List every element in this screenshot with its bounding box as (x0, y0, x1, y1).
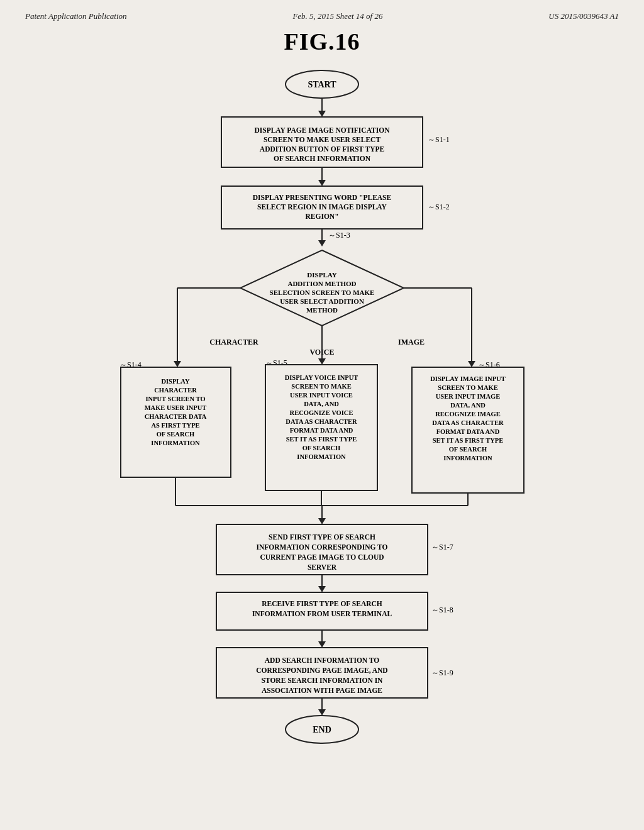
svg-text:RECOGNIZE VOICE: RECOGNIZE VOICE (290, 409, 353, 416)
svg-text:ASSOCIATION WITH PAGE IMAGE: ASSOCIATION WITH PAGE IMAGE (262, 687, 382, 694)
svg-text:USER SELECT ADDITION: USER SELECT ADDITION (280, 297, 364, 305)
svg-marker-15 (318, 240, 326, 246)
svg-marker-89 (318, 709, 326, 716)
s1-7-step: ～S1-7 (431, 543, 453, 551)
svg-marker-70 (318, 518, 326, 524)
svg-text:SERVER: SERVER (308, 563, 337, 571)
svg-text:OF SEARCH: OF SEARCH (157, 431, 195, 438)
svg-text:CHARACTER DATA: CHARACTER DATA (145, 413, 207, 420)
s1-1-step: ～S1-1 (428, 135, 450, 144)
page-header: Patent Application Publication Feb. 5, 2… (0, 0, 644, 28)
svg-text:USER INPUT VOICE: USER INPUT VOICE (290, 392, 353, 399)
svg-text:SCREEN TO MAKE USER SELECT: SCREEN TO MAKE USER SELECT (264, 136, 381, 143)
svg-text:SET IT AS FIRST TYPE: SET IT AS FIRST TYPE (286, 436, 357, 443)
start-label: START (308, 80, 336, 89)
svg-text:SELECT REGION IN IMAGE DISPLAY: SELECT REGION IN IMAGE DISPLAY (257, 203, 387, 211)
svg-marker-8 (318, 180, 326, 186)
svg-text:DATA AS CHARACTER: DATA AS CHARACTER (286, 418, 357, 425)
svg-marker-24 (174, 361, 181, 367)
svg-marker-2 (318, 111, 326, 117)
fig-title: FIG.16 (284, 28, 360, 55)
svg-text:DISPLAY: DISPLAY (161, 378, 190, 385)
svg-text:SCREEN TO MAKE: SCREEN TO MAKE (291, 383, 351, 390)
svg-text:STORE SEARCH INFORMATION IN: STORE SEARCH INFORMATION IN (262, 677, 384, 684)
flowchart-svg: START DISPLAY PAGE IMAGE NOTIFICATION SC… (52, 67, 592, 809)
svg-text:DISPLAY: DISPLAY (307, 271, 336, 279)
svg-text:USER INPUT IMAGE: USER INPUT IMAGE (436, 393, 501, 400)
svg-marker-26 (318, 358, 326, 365)
svg-text:OF SEARCH: OF SEARCH (303, 445, 341, 451)
svg-marker-77 (318, 586, 326, 592)
svg-text:OF SEARCH: OF SEARCH (449, 446, 487, 453)
svg-text:REGION": REGION" (305, 213, 338, 220)
svg-text:SCREEN TO MAKE: SCREEN TO MAKE (438, 384, 497, 391)
image-label: IMAGE (398, 338, 425, 346)
svg-text:INFORMATION: INFORMATION (151, 440, 200, 446)
svg-text:FORMAT DATA AND: FORMAT DATA AND (290, 427, 353, 434)
s1-1-text-1: DISPLAY PAGE IMAGE NOTIFICATION (254, 126, 390, 134)
character-label: CHARACTER (209, 338, 258, 346)
svg-text:SEND FIRST TYPE OF SEARCH: SEND FIRST TYPE OF SEARCH (269, 533, 375, 541)
svg-text:DISPLAY IMAGE INPUT: DISPLAY IMAGE INPUT (430, 375, 505, 382)
svg-text:AS FIRST TYPE: AS FIRST TYPE (151, 422, 199, 429)
s1-2-step: ～S1-2 (428, 202, 450, 211)
svg-text:DATA, AND: DATA, AND (304, 401, 339, 407)
svg-text:～S1-3: ～S1-3 (328, 231, 350, 240)
svg-text:DATA AS CHARACTER: DATA AS CHARACTER (432, 419, 504, 426)
svg-text:DATA, AND: DATA, AND (450, 402, 486, 409)
svg-text:ADDITION BUTTON OF FIRST TYPE: ADDITION BUTTON OF FIRST TYPE (260, 145, 385, 153)
end-label: END (313, 725, 331, 734)
svg-text:INFORMATION CORRESPONDING TO: INFORMATION CORRESPONDING TO (257, 543, 388, 551)
svg-text:INPUT SCREEN TO: INPUT SCREEN TO (145, 396, 205, 402)
header-right: US 2015/0039643 A1 (548, 11, 619, 21)
svg-marker-16 (240, 250, 404, 326)
header-center: Feb. 5, 2015 Sheet 14 of 26 (292, 11, 382, 21)
svg-text:DISPLAY VOICE INPUT: DISPLAY VOICE INPUT (285, 374, 358, 381)
svg-text:INFORMATION FROM USER TERMINAL: INFORMATION FROM USER TERMINAL (252, 610, 392, 617)
svg-text:MAKE USER INPUT: MAKE USER INPUT (145, 404, 207, 411)
svg-text:CHARACTER: CHARACTER (154, 387, 197, 394)
svg-text:CORRESPONDING PAGE IMAGE, AND: CORRESPONDING PAGE IMAGE, AND (256, 667, 387, 674)
svg-text:FORMAT DATA AND: FORMAT DATA AND (436, 428, 500, 435)
svg-text:SELECTION SCREEN TO MAKE: SELECTION SCREEN TO MAKE (270, 289, 375, 296)
header-left: Patent Application Publication (25, 11, 127, 21)
svg-text:ADD SEARCH INFORMATION TO: ADD SEARCH INFORMATION TO (265, 656, 379, 664)
svg-text:INFORMATION: INFORMATION (443, 455, 492, 462)
svg-marker-82 (318, 641, 326, 648)
svg-text:METHOD: METHOD (306, 306, 338, 314)
svg-text:DISPLAY PRESENTING WORD "PLEAS: DISPLAY PRESENTING WORD "PLEASE (253, 194, 392, 201)
svg-text:CURRENT PAGE IMAGE TO CLOUD: CURRENT PAGE IMAGE TO CLOUD (260, 553, 384, 561)
s1-8-step: ～S1-8 (431, 606, 453, 614)
svg-text:RECEIVE FIRST TYPE OF SEARCH: RECEIVE FIRST TYPE OF SEARCH (262, 600, 382, 607)
svg-text:OF SEARCH INFORMATION: OF SEARCH INFORMATION (274, 155, 371, 162)
svg-text:RECOGNIZE IMAGE: RECOGNIZE IMAGE (435, 411, 501, 418)
s1-9-step: ～S1-9 (431, 668, 453, 677)
svg-text:ADDITION METHOD: ADDITION METHOD (287, 280, 356, 287)
svg-text:SET IT AS FIRST TYPE: SET IT AS FIRST TYPE (433, 437, 503, 444)
svg-text:INFORMATION: INFORMATION (297, 453, 346, 460)
diagram-container: FIG.16 START DISPLAY PAGE IMAGE NOTIFICA… (0, 28, 644, 809)
svg-marker-29 (468, 361, 475, 367)
